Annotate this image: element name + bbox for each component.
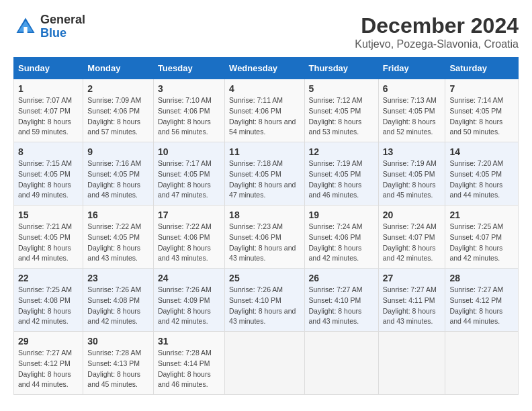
day-number: 22 — [18, 273, 79, 283]
calendar-cell: 17Sunrise: 7:22 AMSunset: 4:06 PMDayligh… — [153, 205, 224, 269]
day-info: Sunrise: 7:18 AMSunset: 4:05 PMDaylight:… — [229, 158, 300, 201]
calendar-cell: 10Sunrise: 7:17 AMSunset: 4:05 PMDayligh… — [153, 142, 224, 205]
calendar-week-row: 22Sunrise: 7:25 AMSunset: 4:08 PMDayligh… — [14, 269, 519, 332]
day-number: 17 — [158, 210, 220, 220]
day-info: Sunrise: 7:24 AMSunset: 4:06 PMDaylight:… — [309, 222, 374, 264]
day-info: Sunrise: 7:19 AMSunset: 4:05 PMDaylight:… — [383, 158, 441, 201]
day-info: Sunrise: 7:27 AMSunset: 4:12 PMDaylight:… — [18, 348, 79, 390]
day-info: Sunrise: 7:19 AMSunset: 4:05 PMDaylight:… — [309, 158, 374, 201]
calendar-cell: 15Sunrise: 7:21 AMSunset: 4:05 PMDayligh… — [14, 205, 83, 269]
calendar-cell: 27Sunrise: 7:27 AMSunset: 4:11 PMDayligh… — [378, 269, 445, 332]
day-number: 16 — [87, 210, 149, 220]
calendar-cell: 25Sunrise: 7:26 AMSunset: 4:10 PMDayligh… — [225, 269, 304, 332]
calendar-cell — [378, 332, 445, 395]
day-number: 2 — [87, 83, 149, 94]
day-number: 31 — [158, 336, 220, 347]
day-info: Sunrise: 7:25 AMSunset: 4:08 PMDaylight:… — [18, 285, 79, 327]
day-info: Sunrise: 7:12 AMSunset: 4:05 PMDaylight:… — [309, 95, 374, 138]
calendar-cell: 30Sunrise: 7:28 AMSunset: 4:13 PMDayligh… — [83, 332, 154, 395]
logo-general-text: General — [40, 13, 85, 26]
page-header: General Blue December 2024 Kutjevo, Poze… — [13, 13, 519, 50]
calendar-cell: 1Sunrise: 7:07 AMSunset: 4:07 PMDaylight… — [14, 79, 83, 142]
column-header-friday: Friday — [378, 58, 445, 79]
calendar-cell — [304, 332, 378, 395]
calendar-header-row: SundayMondayTuesdayWednesdayThursdayFrid… — [14, 58, 519, 79]
column-header-thursday: Thursday — [304, 58, 378, 79]
svg-rect-2 — [24, 27, 27, 33]
day-number: 19 — [309, 210, 374, 220]
calendar-cell: 28Sunrise: 7:27 AMSunset: 4:12 PMDayligh… — [445, 269, 519, 332]
day-number: 9 — [87, 146, 149, 157]
day-number: 18 — [229, 210, 300, 220]
day-number: 7 — [449, 83, 514, 94]
day-info: Sunrise: 7:27 AMSunset: 4:10 PMDaylight:… — [309, 285, 374, 327]
day-info: Sunrise: 7:14 AMSunset: 4:05 PMDaylight:… — [449, 95, 514, 138]
calendar-cell: 26Sunrise: 7:27 AMSunset: 4:10 PMDayligh… — [304, 269, 378, 332]
day-number: 23 — [87, 273, 149, 283]
day-number: 28 — [449, 273, 514, 283]
calendar-week-row: 8Sunrise: 7:15 AMSunset: 4:05 PMDaylight… — [14, 142, 519, 205]
column-header-sunday: Sunday — [14, 58, 83, 79]
day-info: Sunrise: 7:28 AMSunset: 4:14 PMDaylight:… — [158, 348, 220, 390]
calendar-cell: 24Sunrise: 7:26 AMSunset: 4:09 PMDayligh… — [153, 269, 224, 332]
column-header-wednesday: Wednesday — [225, 58, 304, 79]
day-info: Sunrise: 7:27 AMSunset: 4:12 PMDaylight:… — [449, 285, 514, 327]
calendar-cell: 20Sunrise: 7:24 AMSunset: 4:07 PMDayligh… — [378, 205, 445, 269]
day-info: Sunrise: 7:22 AMSunset: 4:05 PMDaylight:… — [87, 222, 149, 264]
day-number: 11 — [229, 146, 300, 157]
logo-blue-text: Blue — [40, 26, 66, 40]
calendar-cell: 23Sunrise: 7:26 AMSunset: 4:08 PMDayligh… — [83, 269, 154, 332]
day-number: 5 — [309, 83, 374, 94]
calendar-cell: 31Sunrise: 7:28 AMSunset: 4:14 PMDayligh… — [153, 332, 224, 395]
day-number: 8 — [18, 146, 79, 157]
day-info: Sunrise: 7:09 AMSunset: 4:06 PMDaylight:… — [87, 95, 149, 138]
day-info: Sunrise: 7:15 AMSunset: 4:05 PMDaylight:… — [18, 158, 79, 201]
calendar-cell: 14Sunrise: 7:20 AMSunset: 4:05 PMDayligh… — [445, 142, 519, 205]
calendar-cell: 7Sunrise: 7:14 AMSunset: 4:05 PMDaylight… — [445, 79, 519, 142]
calendar-cell: 11Sunrise: 7:18 AMSunset: 4:05 PMDayligh… — [225, 142, 304, 205]
day-number: 26 — [309, 273, 374, 283]
day-number: 12 — [309, 146, 374, 157]
day-info: Sunrise: 7:10 AMSunset: 4:06 PMDaylight:… — [158, 95, 220, 138]
logo-icon — [13, 15, 38, 39]
calendar-cell: 18Sunrise: 7:23 AMSunset: 4:06 PMDayligh… — [225, 205, 304, 269]
day-number: 27 — [383, 273, 441, 283]
calendar-cell: 4Sunrise: 7:11 AMSunset: 4:06 PMDaylight… — [225, 79, 304, 142]
calendar-cell: 6Sunrise: 7:13 AMSunset: 4:05 PMDaylight… — [378, 79, 445, 142]
day-number: 15 — [18, 210, 79, 220]
location-subtitle: Kutjevo, Pozega-Slavonia, Croatia — [355, 38, 519, 50]
day-info: Sunrise: 7:26 AMSunset: 4:09 PMDaylight:… — [158, 285, 220, 327]
day-info: Sunrise: 7:28 AMSunset: 4:13 PMDaylight:… — [87, 348, 149, 390]
day-number: 14 — [449, 146, 514, 157]
month-title: December 2024 — [355, 13, 519, 38]
day-info: Sunrise: 7:13 AMSunset: 4:05 PMDaylight:… — [383, 95, 441, 138]
day-info: Sunrise: 7:20 AMSunset: 4:05 PMDaylight:… — [449, 158, 514, 201]
day-info: Sunrise: 7:16 AMSunset: 4:05 PMDaylight:… — [87, 158, 149, 201]
title-area: December 2024 Kutjevo, Pozega-Slavonia, … — [355, 13, 519, 50]
day-number: 13 — [383, 146, 441, 157]
calendar-cell: 19Sunrise: 7:24 AMSunset: 4:06 PMDayligh… — [304, 205, 378, 269]
day-info: Sunrise: 7:11 AMSunset: 4:06 PMDaylight:… — [229, 95, 300, 138]
calendar-cell: 22Sunrise: 7:25 AMSunset: 4:08 PMDayligh… — [14, 269, 83, 332]
calendar-cell: 2Sunrise: 7:09 AMSunset: 4:06 PMDaylight… — [83, 79, 154, 142]
logo: General Blue — [13, 13, 85, 40]
day-number: 1 — [18, 83, 79, 94]
day-info: Sunrise: 7:26 AMSunset: 4:10 PMDaylight:… — [229, 285, 300, 327]
calendar-cell: 12Sunrise: 7:19 AMSunset: 4:05 PMDayligh… — [304, 142, 378, 205]
day-info: Sunrise: 7:17 AMSunset: 4:05 PMDaylight:… — [158, 158, 220, 201]
day-info: Sunrise: 7:23 AMSunset: 4:06 PMDaylight:… — [229, 222, 300, 264]
calendar-cell: 21Sunrise: 7:25 AMSunset: 4:07 PMDayligh… — [445, 205, 519, 269]
calendar-cell — [225, 332, 304, 395]
day-number: 30 — [87, 336, 149, 347]
day-info: Sunrise: 7:26 AMSunset: 4:08 PMDaylight:… — [87, 285, 149, 327]
column-header-saturday: Saturday — [445, 58, 519, 79]
day-number: 29 — [18, 336, 79, 347]
calendar-week-row: 1Sunrise: 7:07 AMSunset: 4:07 PMDaylight… — [14, 79, 519, 142]
calendar-cell: 9Sunrise: 7:16 AMSunset: 4:05 PMDaylight… — [83, 142, 154, 205]
day-info: Sunrise: 7:27 AMSunset: 4:11 PMDaylight:… — [383, 285, 441, 327]
day-number: 4 — [229, 83, 300, 94]
calendar-cell: 13Sunrise: 7:19 AMSunset: 4:05 PMDayligh… — [378, 142, 445, 205]
day-info: Sunrise: 7:21 AMSunset: 4:05 PMDaylight:… — [18, 222, 79, 264]
day-info: Sunrise: 7:22 AMSunset: 4:06 PMDaylight:… — [158, 222, 220, 264]
calendar-week-row: 15Sunrise: 7:21 AMSunset: 4:05 PMDayligh… — [14, 205, 519, 269]
